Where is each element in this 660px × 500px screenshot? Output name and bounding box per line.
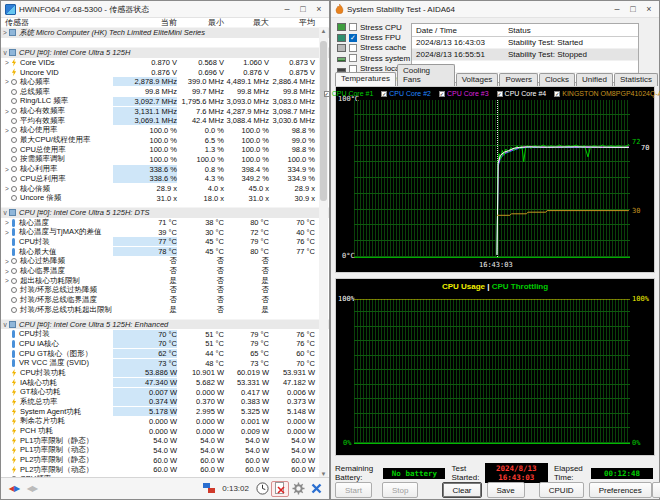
sensor-row[interactable]: CPU GT核心（图形）62 °C44 °C65 °C60 °C [1,349,329,359]
legend-checkbox[interactable]: ✓ [554,91,560,97]
sensor-row[interactable]: >核心频率2,878.9 MHz399.0 MHz4,489.1 MHz2,88… [1,77,329,87]
chip-icon [9,49,16,56]
sensor-row[interactable]: VR VCC 温度 (SVID)73 °C48 °C73 °C70 °C [1,358,329,368]
sensor-row[interactable]: >超出核心功耗限制是否是 [1,276,329,286]
checkbox[interactable] [349,23,357,31]
hwinfo-titlebar[interactable]: HWiNFO64 v7.68-5300 - 传感器状态 – □ × [1,1,329,18]
exit-x-icon[interactable] [307,481,325,497]
sensor-row[interactable]: 总线频率99.8 MHz99.7 MHz99.8 MHz99.8 MHz [1,87,329,97]
tab-unified[interactable]: Unified [576,73,613,86]
sensor-row[interactable]: CPU封装70 °C51 °C79 °C76 °C [1,329,329,339]
clear-button[interactable]: Clear [442,482,481,498]
sensor-row[interactable]: 最大CPU/线程使用率100.0 %6.5 %100.0 %99.0 % [1,135,329,145]
legend-item[interactable]: ✓CPU Core #3 [439,90,489,97]
cpuid-button[interactable]: CPUID [539,482,584,498]
sensor-row[interactable]: System Agent功耗5.178 W2.995 W5.325 W5.148… [1,407,329,417]
legend-checkbox[interactable]: ✓ [381,91,387,97]
sensor-row[interactable]: >Core VIDs0.870 V0.568 V1.060 V0.873 V [1,58,329,68]
section-header-row[interactable]: >系统 Micro Computer (HK) Tech Limited Eli… [1,27,329,38]
legend-item[interactable]: ✓KINGSTON OM8PGP41024Q-A0 [554,90,660,97]
checkbox[interactable] [349,54,357,62]
sensor-row[interactable]: PL1功率限制（静态）54.0 W54.0 W54.0 W54.0 W [1,436,329,446]
current-value: 0.000 W [113,427,177,436]
sensor-row[interactable]: PCH 功耗0.000 W0.000 W0.009 W0.000 W [1,426,329,436]
sensor-row[interactable]: Uncore VID0.876 V0.696 V0.876 V0.875 V [1,67,329,77]
sensor-row[interactable]: CPU封装77 °C45 °C79 °C76 °C [1,237,329,247]
sensor-row[interactable]: 剩余芯片功耗0.000 W0.000 W0.001 W0.000 W [1,417,329,427]
maximize-icon[interactable]: □ [625,1,641,17]
sensor-row[interactable]: 封装/环形总线临界温度否否否 [1,295,329,305]
avg-value: 76 °C [269,237,315,246]
sensor-row[interactable]: PL1功率限制（动态）54.0 W54.0 W54.0 W54.0 W [1,446,329,456]
save-button[interactable]: Save [487,482,525,498]
checkbox[interactable] [349,44,357,52]
tab-cooling-fans[interactable]: Cooling Fans [397,64,455,86]
sensor-row[interactable]: CPU封装功耗53.886 W10.901 W60.019 W53.931 W [1,368,329,378]
sensor-row[interactable]: >核心利用率338.6 %0.8 %398.4 %334.9 % [1,164,329,174]
section-header-row[interactable]: vCPU [#0]: Intel Core Ultra 5 125H [1,47,329,58]
sensor-row[interactable]: 平均有效频率3,069.1 MHz42.4 MHz3,088.4 MHz3,03… [1,116,329,126]
legend-item[interactable]: ✓CPU Core #4 [497,90,547,97]
sensor-row[interactable]: >核心温度与TjMAX的差值39 °C30 °C72 °C40 °C [1,227,329,237]
sensor-row[interactable]: 按需频率调制100.0 %100.0 %100.0 %100.0 % [1,155,329,165]
sensor-row[interactable]: Ring/LLC 频率3,092.7 MHz1,795.6 MHz3,093.0… [1,97,329,107]
max-value: 0.001 W [224,417,269,426]
tab-powers[interactable]: Powers [499,73,538,86]
minimize-icon[interactable]: – [609,1,625,17]
legend-item[interactable]: ✓CPU Core #2 [381,90,431,97]
remote-monitor-icon[interactable] [200,481,218,497]
section-header-row[interactable]: vCPU [#0]: Intel Core Ultra 5 125H: DTS [1,207,329,218]
checkbox[interactable]: ✓ [349,34,357,42]
close-button[interactable]: Close [652,482,660,498]
legend-checkbox[interactable]: ✓ [439,91,445,97]
avg-value: 0.873 V [269,58,315,67]
sensor-row[interactable]: >核心使用率100.0 %0.0 %100.0 %98.8 % [1,126,329,136]
min-value: 7.6 MHz [177,107,224,116]
aida-titlebar[interactable]: System Stability Test - AIDA64 – □ × [331,1,659,18]
sensor-row[interactable]: 封装/环形总线过热降频否否否 [1,286,329,296]
current-value: 60.0 W [113,456,177,465]
legend-checkbox[interactable]: ✓ [497,91,503,97]
settings-gear-icon[interactable] [289,481,307,497]
sensor-row[interactable]: CPU总使用率100.0 %1.3 %100.0 %98.8 % [1,145,329,155]
sensor-row[interactable]: 系统总功率0.374 W0.370 W0.383 W0.373 W [1,397,329,407]
tab-voltages[interactable]: Voltages [456,73,499,86]
legend-checkbox[interactable]: ✓ [324,91,330,97]
preferences-button[interactable]: Preferences [589,482,652,498]
usage-graph-title: CPU Usage | CPU Throttling [336,282,654,291]
x-axis-time-label: 16:43:03 [479,261,513,269]
sensor-row[interactable]: 封装/环形总线功耗超出限制是否是 [1,305,329,315]
sensor-row[interactable]: Uncore 倍频31.0 x18.0 x31.0 x30.9 x [1,193,329,203]
sensor-row[interactable]: PL2功率限制（动态）60.0 W60.0 W60.0 W60.0 W [1,465,329,475]
tab-temperatures[interactable]: Temperatures [335,72,396,86]
sensor-row[interactable]: CPU IA核心70 °C51 °C79 °C76 °C [1,339,329,349]
sensor-row[interactable]: >核心倍频28.9 x4.0 x45.0 x28.9 x [1,184,329,194]
section-header-row[interactable]: vCPU [#0]: Intel Core Ultra 5 125H: Enha… [1,319,329,330]
close-icon[interactable]: × [311,1,327,17]
sensor-row[interactable]: CPU总利用率338.6 %4.3 %349.2 %334.9 % [1,174,329,184]
sensor-row[interactable]: >核心温度71 °C38 °C80 °C70 °C [1,218,329,228]
sensor-row[interactable]: >核心有效频率3,131.1 MHz7.6 MHz4,287.9 MHz3,09… [1,106,329,116]
back-forward-button[interactable]: ◀▶ [5,481,23,497]
back-forward-disabled-button[interactable]: ◀▶ [23,481,41,497]
sensor-row[interactable]: 核心最大值78 °C45 °C80 °C77 °C [1,247,329,257]
sensor-row[interactable]: >核心过热降频否否否 [1,257,329,267]
sensor-row[interactable]: GT核心功耗0.007 W0.000 W0.417 W0.006 W [1,387,329,397]
start-button[interactable]: Start [335,482,372,498]
tab-statistics[interactable]: Statistics [614,73,658,86]
memory-icon [337,57,346,62]
logging-stop-button[interactable] [271,481,289,497]
maximize-icon[interactable]: □ [295,1,311,17]
sensor-row[interactable]: IA核心功耗47.340 W5.682 W53.331 W47.182 W [1,378,329,388]
scroll-up-icon[interactable]: ▲ [319,27,328,36]
tab-clocks[interactable]: Clocks [539,73,575,86]
close-icon[interactable]: × [641,1,657,17]
scrollbar-thumb[interactable] [320,41,327,201]
log-row[interactable]: 2024/8/13 16:43:03Stability Test: Starte… [412,37,638,49]
sensor-row[interactable]: PL2功率限制（静态）60.0 W60.0 W60.0 W60.0 W [1,455,329,465]
clock-button[interactable] [253,481,271,497]
log-row[interactable]: 2024/8/13 16:55:51Stability Test: Stoppe… [412,49,638,61]
minimize-icon[interactable]: – [279,1,295,17]
stop-button[interactable]: Stop [382,482,418,498]
sensor-row[interactable]: >核心临界温度否否否 [1,266,329,276]
